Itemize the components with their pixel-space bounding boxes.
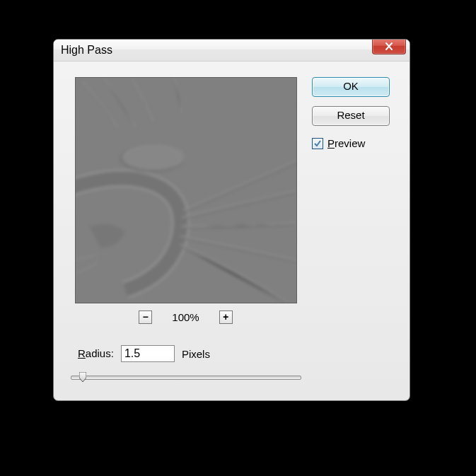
svg-point-2	[122, 144, 185, 170]
close-icon	[385, 42, 393, 50]
radius-input[interactable]	[121, 345, 175, 362]
dialog-content: − 100% + Radius: Pixels	[54, 62, 410, 400]
left-column: − 100% + Radius: Pixels	[69, 77, 302, 383]
radius-unit: Pixels	[182, 348, 210, 360]
check-icon	[313, 139, 322, 148]
close-button[interactable]	[372, 39, 406, 54]
slider-thumb[interactable]	[79, 372, 86, 382]
svg-rect-0	[76, 78, 296, 303]
filter-preview[interactable]	[75, 77, 297, 303]
zoom-out-button[interactable]: −	[139, 310, 152, 324]
titlebar[interactable]: High Pass	[54, 40, 410, 62]
preview-checkbox[interactable]	[312, 138, 323, 149]
right-column: OK Reset Preview	[312, 77, 395, 383]
radius-row: Radius: Pixels	[78, 345, 302, 362]
plus-icon: +	[223, 313, 228, 323]
reset-button[interactable]: Reset	[312, 106, 390, 126]
radius-label: Radius:	[78, 347, 114, 360]
slider-track	[71, 376, 301, 380]
zoom-controls: − 100% +	[69, 310, 302, 324]
ok-button[interactable]: OK	[312, 77, 390, 97]
preview-checkbox-row: Preview	[312, 137, 395, 149]
radius-slider[interactable]	[71, 371, 301, 383]
preview-label: Preview	[327, 137, 365, 149]
zoom-level: 100%	[172, 311, 199, 323]
minus-icon: −	[143, 313, 149, 323]
zoom-in-button[interactable]: +	[219, 310, 233, 324]
high-pass-dialog: High Pass	[53, 39, 410, 401]
dialog-title: High Pass	[54, 44, 112, 57]
